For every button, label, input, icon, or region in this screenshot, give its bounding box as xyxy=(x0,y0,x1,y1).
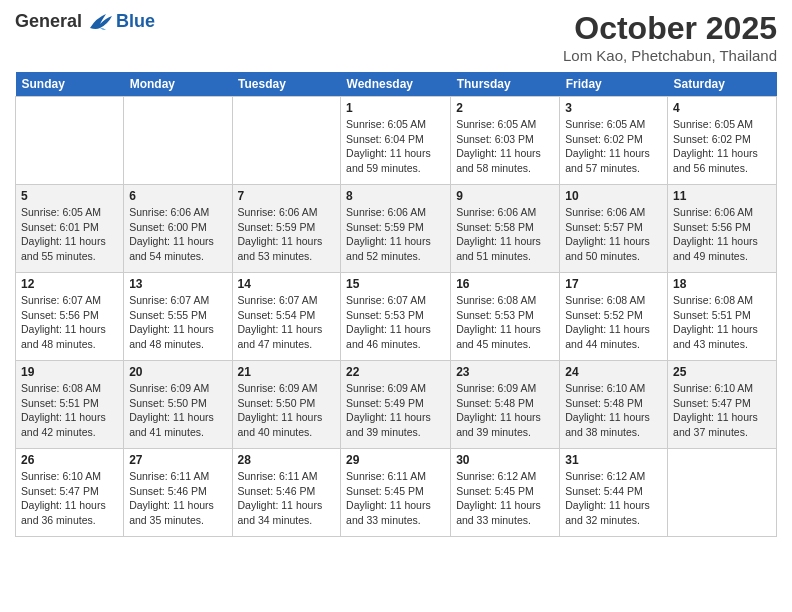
day-info: Sunrise: 6:08 AMSunset: 5:51 PMDaylight:… xyxy=(673,293,771,352)
day-info: Sunrise: 6:05 AMSunset: 6:01 PMDaylight:… xyxy=(21,205,118,264)
day-number: 20 xyxy=(129,365,226,379)
weekday-header: Thursday xyxy=(451,72,560,97)
day-number: 11 xyxy=(673,189,771,203)
logo: General Blue xyxy=(15,10,155,32)
day-info: Sunrise: 6:06 AMSunset: 5:59 PMDaylight:… xyxy=(346,205,445,264)
calendar-cell: 6Sunrise: 6:06 AMSunset: 6:00 PMDaylight… xyxy=(124,185,232,273)
logo-bird-icon xyxy=(86,10,114,32)
day-number: 25 xyxy=(673,365,771,379)
calendar-cell: 18Sunrise: 6:08 AMSunset: 5:51 PMDayligh… xyxy=(668,273,777,361)
day-info: Sunrise: 6:09 AMSunset: 5:48 PMDaylight:… xyxy=(456,381,554,440)
day-info: Sunrise: 6:05 AMSunset: 6:02 PMDaylight:… xyxy=(673,117,771,176)
calendar-table: SundayMondayTuesdayWednesdayThursdayFrid… xyxy=(15,72,777,537)
day-number: 7 xyxy=(238,189,336,203)
day-info: Sunrise: 6:10 AMSunset: 5:47 PMDaylight:… xyxy=(21,469,118,528)
day-number: 10 xyxy=(565,189,662,203)
day-info: Sunrise: 6:11 AMSunset: 5:46 PMDaylight:… xyxy=(238,469,336,528)
day-number: 23 xyxy=(456,365,554,379)
day-info: Sunrise: 6:06 AMSunset: 5:56 PMDaylight:… xyxy=(673,205,771,264)
day-number: 16 xyxy=(456,277,554,291)
day-info: Sunrise: 6:12 AMSunset: 5:44 PMDaylight:… xyxy=(565,469,662,528)
calendar-week-row: 1Sunrise: 6:05 AMSunset: 6:04 PMDaylight… xyxy=(16,97,777,185)
day-number: 13 xyxy=(129,277,226,291)
calendar-cell: 16Sunrise: 6:08 AMSunset: 5:53 PMDayligh… xyxy=(451,273,560,361)
day-number: 14 xyxy=(238,277,336,291)
calendar-cell: 17Sunrise: 6:08 AMSunset: 5:52 PMDayligh… xyxy=(560,273,668,361)
day-number: 19 xyxy=(21,365,118,379)
calendar-cell: 29Sunrise: 6:11 AMSunset: 5:45 PMDayligh… xyxy=(341,449,451,537)
page-header: General Blue October 2025 Lom Kao, Phetc… xyxy=(15,10,777,64)
calendar-cell: 3Sunrise: 6:05 AMSunset: 6:02 PMDaylight… xyxy=(560,97,668,185)
day-number: 21 xyxy=(238,365,336,379)
calendar-cell: 19Sunrise: 6:08 AMSunset: 5:51 PMDayligh… xyxy=(16,361,124,449)
day-number: 1 xyxy=(346,101,445,115)
weekday-header: Wednesday xyxy=(341,72,451,97)
month-title: October 2025 xyxy=(563,10,777,47)
day-info: Sunrise: 6:06 AMSunset: 5:57 PMDaylight:… xyxy=(565,205,662,264)
weekday-header: Sunday xyxy=(16,72,124,97)
calendar-cell: 23Sunrise: 6:09 AMSunset: 5:48 PMDayligh… xyxy=(451,361,560,449)
calendar-cell xyxy=(124,97,232,185)
calendar-cell: 22Sunrise: 6:09 AMSunset: 5:49 PMDayligh… xyxy=(341,361,451,449)
day-info: Sunrise: 6:07 AMSunset: 5:55 PMDaylight:… xyxy=(129,293,226,352)
day-number: 18 xyxy=(673,277,771,291)
day-number: 2 xyxy=(456,101,554,115)
weekday-header-row: SundayMondayTuesdayWednesdayThursdayFrid… xyxy=(16,72,777,97)
day-number: 31 xyxy=(565,453,662,467)
calendar-cell: 2Sunrise: 6:05 AMSunset: 6:03 PMDaylight… xyxy=(451,97,560,185)
calendar-cell: 21Sunrise: 6:09 AMSunset: 5:50 PMDayligh… xyxy=(232,361,341,449)
calendar-cell: 1Sunrise: 6:05 AMSunset: 6:04 PMDaylight… xyxy=(341,97,451,185)
day-number: 5 xyxy=(21,189,118,203)
calendar-cell: 31Sunrise: 6:12 AMSunset: 5:44 PMDayligh… xyxy=(560,449,668,537)
day-info: Sunrise: 6:09 AMSunset: 5:50 PMDaylight:… xyxy=(129,381,226,440)
day-info: Sunrise: 6:07 AMSunset: 5:54 PMDaylight:… xyxy=(238,293,336,352)
day-number: 3 xyxy=(565,101,662,115)
day-info: Sunrise: 6:07 AMSunset: 5:56 PMDaylight:… xyxy=(21,293,118,352)
calendar-week-row: 12Sunrise: 6:07 AMSunset: 5:56 PMDayligh… xyxy=(16,273,777,361)
day-info: Sunrise: 6:06 AMSunset: 6:00 PMDaylight:… xyxy=(129,205,226,264)
day-info: Sunrise: 6:12 AMSunset: 5:45 PMDaylight:… xyxy=(456,469,554,528)
calendar-cell: 12Sunrise: 6:07 AMSunset: 5:56 PMDayligh… xyxy=(16,273,124,361)
logo-blue-text: Blue xyxy=(116,11,155,32)
day-info: Sunrise: 6:10 AMSunset: 5:48 PMDaylight:… xyxy=(565,381,662,440)
day-info: Sunrise: 6:05 AMSunset: 6:03 PMDaylight:… xyxy=(456,117,554,176)
day-number: 29 xyxy=(346,453,445,467)
calendar-cell: 30Sunrise: 6:12 AMSunset: 5:45 PMDayligh… xyxy=(451,449,560,537)
day-number: 28 xyxy=(238,453,336,467)
day-number: 9 xyxy=(456,189,554,203)
calendar-cell: 14Sunrise: 6:07 AMSunset: 5:54 PMDayligh… xyxy=(232,273,341,361)
calendar-cell xyxy=(668,449,777,537)
day-number: 24 xyxy=(565,365,662,379)
calendar-week-row: 5Sunrise: 6:05 AMSunset: 6:01 PMDaylight… xyxy=(16,185,777,273)
day-info: Sunrise: 6:05 AMSunset: 6:02 PMDaylight:… xyxy=(565,117,662,176)
calendar-cell: 7Sunrise: 6:06 AMSunset: 5:59 PMDaylight… xyxy=(232,185,341,273)
calendar-cell: 9Sunrise: 6:06 AMSunset: 5:58 PMDaylight… xyxy=(451,185,560,273)
calendar-cell: 27Sunrise: 6:11 AMSunset: 5:46 PMDayligh… xyxy=(124,449,232,537)
calendar-cell xyxy=(16,97,124,185)
day-number: 8 xyxy=(346,189,445,203)
day-info: Sunrise: 6:06 AMSunset: 5:59 PMDaylight:… xyxy=(238,205,336,264)
calendar-cell: 4Sunrise: 6:05 AMSunset: 6:02 PMDaylight… xyxy=(668,97,777,185)
title-section: October 2025 Lom Kao, Phetchabun, Thaila… xyxy=(563,10,777,64)
day-number: 26 xyxy=(21,453,118,467)
calendar-cell: 10Sunrise: 6:06 AMSunset: 5:57 PMDayligh… xyxy=(560,185,668,273)
day-info: Sunrise: 6:09 AMSunset: 5:49 PMDaylight:… xyxy=(346,381,445,440)
day-info: Sunrise: 6:08 AMSunset: 5:51 PMDaylight:… xyxy=(21,381,118,440)
calendar-cell: 11Sunrise: 6:06 AMSunset: 5:56 PMDayligh… xyxy=(668,185,777,273)
logo-general-text: General xyxy=(15,11,82,32)
calendar-cell: 26Sunrise: 6:10 AMSunset: 5:47 PMDayligh… xyxy=(16,449,124,537)
calendar-cell: 28Sunrise: 6:11 AMSunset: 5:46 PMDayligh… xyxy=(232,449,341,537)
calendar-cell: 20Sunrise: 6:09 AMSunset: 5:50 PMDayligh… xyxy=(124,361,232,449)
day-info: Sunrise: 6:06 AMSunset: 5:58 PMDaylight:… xyxy=(456,205,554,264)
day-info: Sunrise: 6:11 AMSunset: 5:46 PMDaylight:… xyxy=(129,469,226,528)
day-number: 17 xyxy=(565,277,662,291)
calendar-week-row: 26Sunrise: 6:10 AMSunset: 5:47 PMDayligh… xyxy=(16,449,777,537)
calendar-cell: 5Sunrise: 6:05 AMSunset: 6:01 PMDaylight… xyxy=(16,185,124,273)
day-info: Sunrise: 6:10 AMSunset: 5:47 PMDaylight:… xyxy=(673,381,771,440)
day-number: 22 xyxy=(346,365,445,379)
day-number: 27 xyxy=(129,453,226,467)
day-info: Sunrise: 6:11 AMSunset: 5:45 PMDaylight:… xyxy=(346,469,445,528)
location-subtitle: Lom Kao, Phetchabun, Thailand xyxy=(563,47,777,64)
calendar-cell: 24Sunrise: 6:10 AMSunset: 5:48 PMDayligh… xyxy=(560,361,668,449)
day-info: Sunrise: 6:05 AMSunset: 6:04 PMDaylight:… xyxy=(346,117,445,176)
